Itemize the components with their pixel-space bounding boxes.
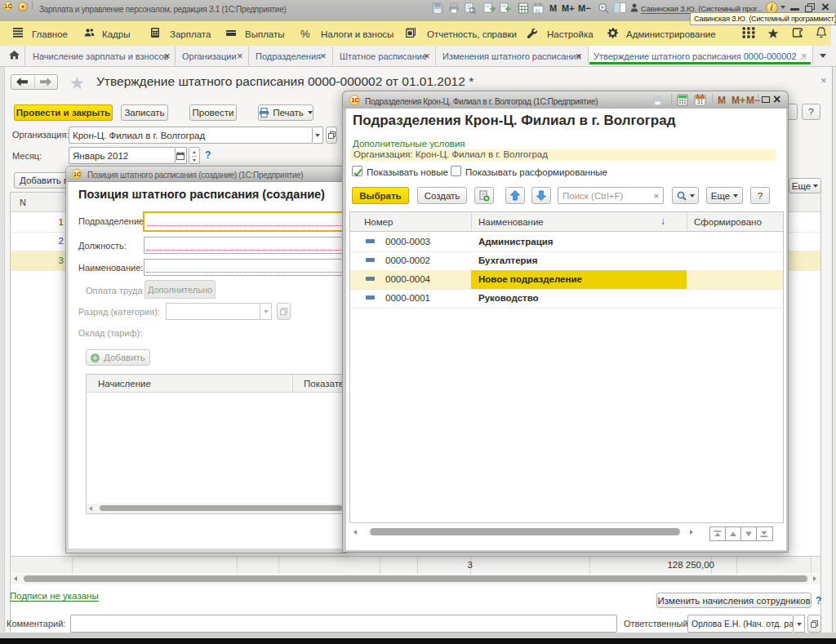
- svg-text:31: 31: [697, 99, 704, 104]
- svg-text:31: 31: [535, 8, 540, 13]
